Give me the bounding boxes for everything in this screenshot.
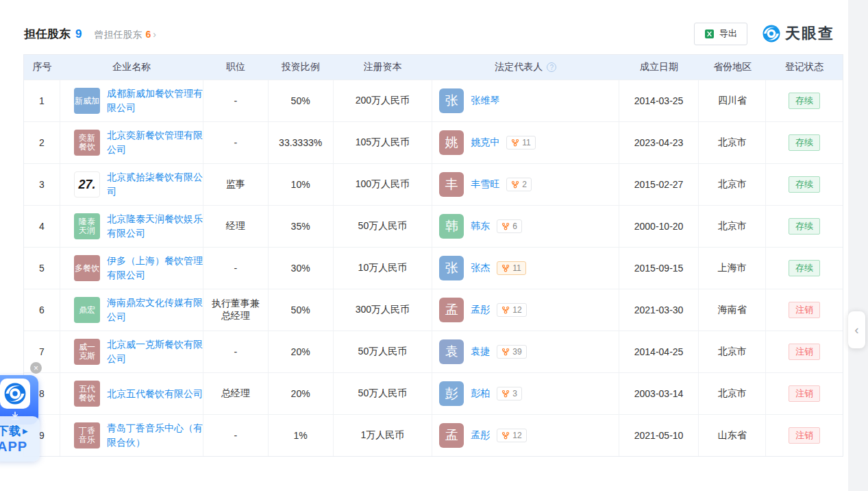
rep-relations-badge[interactable]: 6 <box>497 219 522 233</box>
rep-name-link[interactable]: 姚克中 <box>471 136 499 149</box>
table-row: 2 奕新餐饮 北京奕新餐饮管理有限公司 - 33.3333% 105万人民币 姚… <box>24 121 843 163</box>
relations-icon <box>511 139 519 147</box>
company-name-link[interactable]: 北京奕新餐饮管理有限公司 <box>107 128 203 157</box>
relations-count: 11 <box>522 138 530 147</box>
table-row: 3 27. 北京贰拾柒餐饮有限公司 监事 10% 100万人民币 丰 丰雪旺 2… <box>24 163 843 205</box>
status-badge: 注销 <box>789 427 820 444</box>
rep-name-link[interactable]: 丰雪旺 <box>471 178 499 191</box>
rep-avatar[interactable]: 丰 <box>439 172 464 197</box>
position-cell: - <box>203 248 269 289</box>
company-logo[interactable]: 新威加 <box>74 88 100 114</box>
date-cell: 2015-09-15 <box>619 248 699 289</box>
company-name-link[interactable]: 伊多（上海）餐饮管理有限公司 <box>107 254 203 283</box>
company-name-link[interactable]: 北京五代餐饮有限公司 <box>107 387 203 401</box>
close-icon: × <box>34 363 38 373</box>
promo-close-button[interactable]: × <box>30 362 42 374</box>
legal-rep-cell: 孟 孟彤 12 <box>432 415 619 456</box>
status-cell: 注销 <box>766 331 843 372</box>
company-name-link[interactable]: 海南鼎宏文化传媒有限公司 <box>107 296 203 324</box>
rep-relations-badge[interactable]: 3 <box>497 387 522 400</box>
province-cell: 山东省 <box>699 415 766 456</box>
rep-avatar[interactable]: 张 <box>439 88 464 113</box>
legal-rep-cell: 张 张杰 11 <box>432 248 619 289</box>
rep-avatar[interactable]: 孟 <box>439 423 464 448</box>
company-logo[interactable]: 鼎宏 <box>74 297 100 323</box>
rep-avatar[interactable]: 张 <box>439 256 464 280</box>
company-logo[interactable]: 多餐饮 <box>74 255 100 281</box>
row-number: 2 <box>24 122 60 163</box>
header-legal-rep: 法定代表人 ? <box>432 55 619 80</box>
relations-icon <box>501 390 510 398</box>
rep-name-link[interactable]: 韩东 <box>471 220 490 232</box>
tab-former-shareholder[interactable]: 曾担任股东6› <box>94 29 156 41</box>
position-cell: - <box>203 122 269 163</box>
header-company: 企业名称 <box>60 55 203 80</box>
relations-icon <box>501 222 510 230</box>
rep-relations-badge[interactable]: 12 <box>497 429 526 442</box>
rep-name-link[interactable]: 袁捷 <box>471 346 490 358</box>
status-cell: 存续 <box>766 206 843 247</box>
app-download-label[interactable]: 下载▶ APP <box>0 416 40 462</box>
ratio-cell: 20% <box>269 331 334 372</box>
rep-relations-badge[interactable]: 39 <box>497 345 526 359</box>
ratio-cell: 1% <box>269 415 334 456</box>
table-header: 序号 企业名称 职位 投资比例 注册资本 法定代表人 ? 成立日期 省份地区 登… <box>24 55 843 80</box>
rep-name-link[interactable]: 彭柏 <box>471 387 490 400</box>
ratio-cell: 50% <box>269 289 334 331</box>
legal-rep-cell: 孟 孟彤 12 <box>432 289 619 331</box>
date-cell: 2014-04-25 <box>619 331 699 372</box>
export-button[interactable]: 导出 <box>694 23 747 45</box>
company-name-link[interactable]: 青岛丁香音乐中心（有限合伙） <box>107 421 203 450</box>
rep-name-link[interactable]: 孟彤 <box>471 304 490 316</box>
header-date: 成立日期 <box>619 55 699 80</box>
ratio-cell: 50% <box>269 80 334 121</box>
company-logo[interactable]: 27. <box>74 171 100 197</box>
province-cell: 海南省 <box>699 289 766 331</box>
legal-rep-cell: 丰 丰雪旺 2 <box>432 164 619 205</box>
company-name-link[interactable]: 北京贰拾柒餐饮有限公司 <box>107 170 203 199</box>
rep-avatar[interactable]: 彭 <box>439 381 464 406</box>
tab-current-shareholder[interactable]: 担任股东9 <box>24 26 82 42</box>
company-name-link[interactable]: 北京隆泰天润餐饮娱乐有限公司 <box>107 212 203 241</box>
rep-name-link[interactable]: 张杰 <box>471 262 490 274</box>
status-cell: 注销 <box>766 289 843 331</box>
rep-relations-badge[interactable]: 11 <box>497 261 525 275</box>
company-name-link[interactable]: 成都新威加餐饮管理有限公司 <box>107 86 203 115</box>
capital-cell: 1万人民币 <box>334 415 433 456</box>
relations-icon <box>501 431 510 440</box>
rep-name-link[interactable]: 张维琴 <box>471 95 499 107</box>
status-badge: 注销 <box>789 344 820 360</box>
legal-rep-cell: 袁 袁捷 39 <box>432 331 619 372</box>
company-logo[interactable]: 五代餐饮 <box>74 381 100 407</box>
table-row: 7 威一克斯 北京威一克斯餐饮有限公司 - 20% 50万人民币 袁 袁捷 39… <box>24 331 843 372</box>
company-logo[interactable]: 丁香音乐 <box>74 422 100 448</box>
rep-relations-badge[interactable]: 11 <box>506 136 535 149</box>
header-ratio: 投资比例 <box>268 55 333 80</box>
rep-avatar[interactable]: 姚 <box>439 130 464 155</box>
legal-rep-cell: 姚 姚克中 11 <box>432 122 619 163</box>
rep-relations-badge[interactable]: 12 <box>497 303 526 317</box>
relations-count: 6 <box>512 221 517 231</box>
download-text: 下载 <box>0 423 21 439</box>
ratio-cell: 33.3333% <box>269 122 334 163</box>
capital-cell: 100万人民币 <box>334 164 433 205</box>
company-logo[interactable]: 奕新餐饮 <box>74 130 100 156</box>
company-logo[interactable]: 隆泰天润 <box>74 213 100 239</box>
status-cell: 注销 <box>766 373 843 414</box>
capital-cell: 200万人民币 <box>334 80 433 121</box>
company-logo[interactable]: 威一克斯 <box>74 339 100 365</box>
company-name-link[interactable]: 北京威一克斯餐饮有限公司 <box>107 337 203 366</box>
rep-avatar[interactable]: 韩 <box>439 214 464 239</box>
rep-avatar[interactable]: 袁 <box>439 339 464 364</box>
rep-avatar[interactable]: 孟 <box>439 298 464 322</box>
collapse-panel-tab[interactable]: ‹ <box>848 311 865 348</box>
company-cell: 隆泰天润 北京隆泰天润餐饮娱乐有限公司 <box>60 206 203 247</box>
help-icon[interactable]: ? <box>547 62 556 72</box>
shareholder-tabs: 担任股东9 曾担任股东6› <box>24 26 156 42</box>
rep-name-link[interactable]: 孟彤 <box>471 429 490 442</box>
table-body: 1 新威加 成都新威加餐饮管理有限公司 - 50% 200万人民币 张 张维琴 … <box>24 80 843 456</box>
relations-icon <box>501 348 510 356</box>
capital-cell: 50万人民币 <box>334 206 433 247</box>
status-cell: 存续 <box>766 248 843 289</box>
rep-relations-badge[interactable]: 2 <box>506 178 532 191</box>
